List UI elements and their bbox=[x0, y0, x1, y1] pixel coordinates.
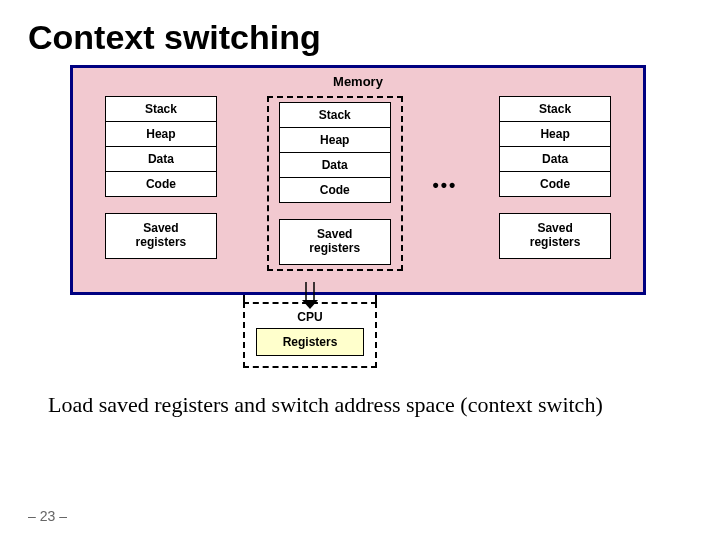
active-process-dashbox: Stack Heap Data Code Savedregisters bbox=[267, 96, 403, 271]
saved-registers-cell: Savedregisters bbox=[500, 214, 611, 259]
process-column-active: Stack Heap Data Code Savedregisters bbox=[249, 95, 421, 276]
seg-cell: Code bbox=[279, 178, 390, 203]
seg-cell: Stack bbox=[500, 97, 611, 122]
seg-cell: Heap bbox=[500, 122, 611, 147]
cpu-assembly: CPU Registers bbox=[243, 295, 377, 368]
seg-cell: Stack bbox=[279, 103, 390, 128]
seg-cell: Data bbox=[105, 147, 216, 172]
memory-label: Memory bbox=[73, 74, 643, 89]
seg-cell: Heap bbox=[279, 128, 390, 153]
seg-cell: Stack bbox=[105, 97, 216, 122]
saved-registers-cell: Savedregisters bbox=[279, 220, 390, 265]
cpu-registers-cell: Registers bbox=[257, 328, 364, 355]
process-table: Stack Heap Data Code Savedregisters Stac… bbox=[73, 93, 643, 278]
svg-marker-2 bbox=[302, 300, 318, 309]
page-title: Context switching bbox=[28, 18, 720, 57]
segment-table: Stack Heap Data Code Savedregisters bbox=[499, 96, 611, 259]
seg-cell: Data bbox=[500, 147, 611, 172]
ellipsis-dots: ••• bbox=[432, 175, 457, 195]
cpu-label: CPU bbox=[256, 310, 364, 324]
ellipsis: ••• bbox=[423, 95, 468, 276]
body-text: Load saved registers and switch address … bbox=[48, 392, 680, 418]
seg-cell: Data bbox=[279, 153, 390, 178]
segment-table: Stack Heap Data Code Savedregisters bbox=[279, 102, 391, 265]
cpu-register-table: Registers bbox=[256, 328, 364, 356]
segment-table: Stack Heap Data Code Savedregisters bbox=[105, 96, 217, 259]
process-column: Stack Heap Data Code Savedregisters bbox=[469, 95, 641, 276]
process-column: Stack Heap Data Code Savedregisters bbox=[75, 95, 247, 276]
seg-cell: Code bbox=[105, 172, 216, 197]
saved-registers-cell: Savedregisters bbox=[105, 214, 216, 259]
seg-cell: Code bbox=[500, 172, 611, 197]
seg-cell: Heap bbox=[105, 122, 216, 147]
dash-connector bbox=[243, 295, 377, 302]
cpu-dashbox: CPU Registers bbox=[243, 302, 377, 368]
slide-number: – 23 – bbox=[28, 508, 67, 524]
memory-container: Memory Stack Heap Data Code Savedregiste… bbox=[70, 65, 646, 295]
